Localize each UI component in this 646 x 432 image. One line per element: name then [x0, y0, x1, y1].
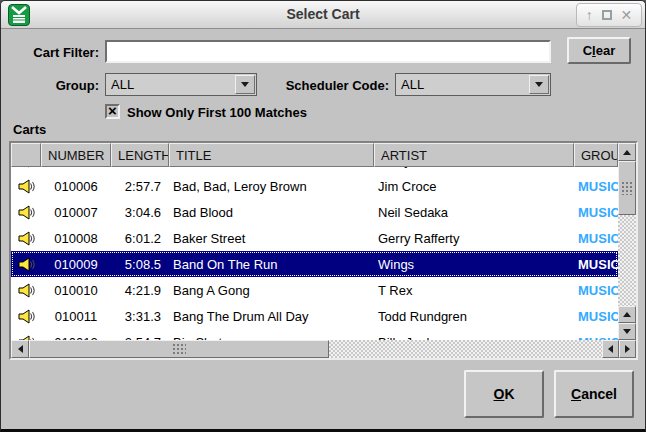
arrow-left-icon	[608, 345, 613, 353]
cart-group-cell: MUSIC	[574, 199, 618, 225]
scroll-up-button[interactable]	[618, 143, 636, 161]
cart-row[interactable]: 010008 6:01.2 Baker Street Gerry Raffert…	[11, 225, 618, 251]
cart-artist-cell: Todd Rundgren	[374, 303, 574, 329]
carts-section-label: Carts	[13, 122, 46, 137]
cart-length-cell: 2:57.7	[111, 173, 169, 199]
cart-artist-cell: Wings	[374, 251, 574, 277]
group-select[interactable]: ALL	[105, 73, 257, 96]
select-cart-dialog: Select Cart ↑ ✕ Cart Filter: Clear Group…	[0, 0, 646, 432]
cart-length-cell: 3:04.6	[111, 199, 169, 225]
window-controls: ↑ ✕	[576, 3, 642, 27]
vertical-scrollbar-trough[interactable]	[618, 215, 636, 306]
column-header-title[interactable]: TITLE	[169, 143, 374, 167]
scheduler-code-label: Scheduler Code:	[281, 78, 389, 93]
horizontal-scrollbar-thumb[interactable]	[29, 340, 329, 358]
cart-group-cell: MUSIC	[574, 251, 618, 277]
show-only-first-100-checkbox[interactable]: ×	[105, 104, 120, 119]
column-header-icon[interactable]	[11, 143, 41, 167]
clear-button[interactable]: Clear	[567, 37, 631, 64]
cart-artist-cell: Neil Sedaka	[374, 199, 574, 225]
column-header-artist[interactable]: ARTIST	[374, 143, 574, 167]
arrow-down-icon	[623, 329, 631, 334]
cart-title-cell: Bad, Bad, Leroy Brown	[169, 173, 374, 199]
chevron-down-icon[interactable]	[529, 75, 549, 94]
scheduler-code-select[interactable]: ALL	[395, 73, 551, 96]
cart-filter-label: Cart Filter:	[7, 45, 99, 60]
cart-audio-cell	[11, 329, 41, 340]
scrollbar-grip-icon	[621, 181, 633, 195]
scroll-left-button[interactable]	[11, 340, 29, 358]
cart-artist-cell: Gerry Rafferty	[374, 225, 574, 251]
window-title: Select Cart	[1, 1, 645, 28]
cancel-button[interactable]: Cancel	[554, 370, 634, 418]
cart-number-cell: 010012	[41, 329, 111, 340]
scroll-right-button[interactable]	[619, 340, 636, 358]
cart-length-cell: 3:31.3	[111, 303, 169, 329]
cart-title-cell: Bad Blood	[169, 199, 374, 225]
column-header-group[interactable]: GROUP	[574, 143, 618, 167]
cart-number-cell: 010007	[41, 199, 111, 225]
cart-group-cell: MUSIC	[574, 173, 618, 199]
cart-number-cell: 010006	[41, 173, 111, 199]
group-label: Group:	[11, 78, 99, 93]
carts-table-header: NUMBERLENGTHTITLEARTISTGROUP	[11, 143, 618, 167]
arrow-left-icon	[18, 345, 23, 353]
cart-group-cell: MUSIC	[574, 277, 618, 303]
show-only-first-100-label: Show Only First 100 Matches	[127, 105, 307, 120]
cart-title-cell: Bang The Drum All Day	[169, 303, 374, 329]
cart-title-cell: Band On The Run	[169, 251, 374, 277]
cart-group-cell: MUSIC	[574, 225, 618, 251]
cart-length-cell: 2:54.7	[111, 329, 169, 340]
cart-row[interactable]: 010009 5:08.5 Band On The Run Wings MUSI…	[11, 251, 618, 277]
speaker-icon	[18, 205, 35, 220]
cart-rows: 010005 2:55.5 Backstabbers O'Jays MUSIC …	[11, 167, 618, 340]
cart-filter-input[interactable]	[105, 40, 551, 63]
cart-group-cell: MUSIC	[574, 329, 618, 340]
scheduler-code-select-value: ALL	[396, 77, 529, 92]
chevron-down-icon[interactable]	[235, 75, 255, 94]
speaker-icon	[18, 283, 35, 298]
cart-audio-cell	[11, 225, 41, 251]
vertical-scrollbar-thumb[interactable]	[618, 161, 636, 215]
cart-row[interactable]: 010007 3:04.6 Bad Blood Neil Sedaka MUSI…	[11, 199, 618, 225]
cart-audio-cell	[11, 251, 41, 277]
arrow-up-icon	[623, 312, 631, 317]
scroll-left-button[interactable]	[602, 340, 619, 358]
cart-length-cell: 4:21.9	[111, 277, 169, 303]
checkmark-icon: ×	[108, 103, 117, 118]
cart-artist-cell: Jim Croce	[374, 173, 574, 199]
scroll-up-button[interactable]	[618, 306, 636, 323]
column-header-length[interactable]: LENGTH	[111, 143, 169, 167]
cart-audio-cell	[11, 199, 41, 225]
cart-row[interactable]: 010006 2:57.7 Bad, Bad, Leroy Brown Jim …	[11, 173, 618, 199]
titlebar[interactable]: Select Cart ↑ ✕	[1, 1, 645, 29]
speaker-icon	[18, 257, 35, 272]
cart-artist-cell: T Rex	[374, 277, 574, 303]
group-select-value: ALL	[106, 77, 235, 92]
cart-row[interactable]: 010010 4:21.9 Bang A Gong T Rex MUSIC	[11, 277, 618, 303]
horizontal-scrollbar-trough[interactable]	[329, 340, 602, 358]
cart-number-cell: 010010	[41, 277, 111, 303]
speaker-icon	[18, 309, 35, 324]
scroll-down-button[interactable]	[618, 323, 636, 340]
cart-audio-cell	[11, 173, 41, 199]
column-header-number[interactable]: NUMBER	[41, 143, 111, 167]
speaker-icon	[18, 231, 35, 246]
arrow-right-icon	[625, 345, 630, 353]
speaker-icon	[18, 179, 35, 194]
cart-row[interactable]: 010012 2:54.7 Big Shot Billy Joel MUSIC	[11, 329, 618, 340]
rivendell-app-icon	[8, 4, 30, 26]
cart-title-cell: Bang A Gong	[169, 277, 374, 303]
maximize-window-icon[interactable]	[602, 10, 612, 20]
close-window-icon[interactable]: ✕	[620, 8, 632, 22]
cart-title-cell: Baker Street	[169, 225, 374, 251]
cart-audio-cell	[11, 277, 41, 303]
cart-number-cell: 010009	[41, 251, 111, 277]
vertical-scrollbar[interactable]	[618, 143, 636, 340]
cart-audio-cell	[11, 303, 41, 329]
cart-length-cell: 5:08.5	[111, 251, 169, 277]
shade-window-icon[interactable]: ↑	[586, 8, 593, 22]
cart-row[interactable]: 010011 3:31.3 Bang The Drum All Day Todd…	[11, 303, 618, 329]
horizontal-scrollbar[interactable]	[11, 340, 636, 358]
ok-button[interactable]: OK	[464, 370, 544, 418]
